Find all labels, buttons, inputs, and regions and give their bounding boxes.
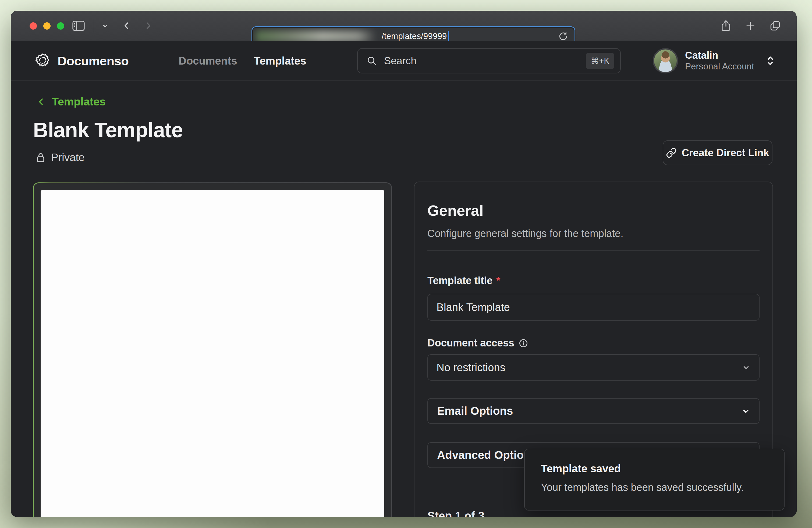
desktop: /templates/99999 [0,0,812,528]
info-icon [519,338,528,348]
email-options-toggle[interactable]: Email Options [427,398,759,424]
template-title-input[interactable] [427,294,759,321]
sidebar-toggle-button[interactable] [72,20,85,31]
toast-notification: Template saved Your templates has been s… [524,449,785,511]
avatar [653,48,678,73]
breadcrumb-back-icon [36,96,46,107]
visibility-row: Private [35,151,85,163]
divider [427,250,759,251]
page-title: Blank Template [33,118,183,142]
close-window-button[interactable] [30,22,37,30]
chevron-down-icon [741,363,751,372]
panel-heading: General [427,202,483,219]
document-preview-card [33,182,392,517]
zoom-window-button[interactable] [57,22,64,30]
template-title-label: Template title * [427,275,500,287]
account-menu[interactable]: Catalin Personal Account [653,41,775,81]
link-icon [666,147,677,158]
brand[interactable]: Documenso [34,41,129,81]
document-page [41,190,385,517]
minimize-window-button[interactable] [43,22,50,30]
breadcrumb-label: Templates [52,96,106,108]
selector-icon [766,55,775,67]
nav-templates[interactable]: Templates [254,55,306,67]
chevron-down-icon [741,406,751,416]
browser-window: /templates/99999 [11,11,797,517]
redacted-domain [256,30,376,42]
create-direct-link-button[interactable]: Create Direct Link [663,141,772,165]
search-box[interactable]: Search ⌘+K [357,48,621,73]
nav-documents[interactable]: Documents [178,55,237,67]
required-mark: * [496,275,500,287]
panel-subheading: Configure general settings for the templ… [427,228,623,239]
step-indicator: Step 1 of 3 [427,510,484,517]
account-name: Catalin [685,50,754,61]
share-button[interactable] [720,19,731,32]
chevron-down-icon[interactable] [101,22,109,30]
documenso-logo-icon [34,53,51,69]
brand-name: Documenso [58,54,129,68]
document-access-select[interactable]: No restrictions [427,354,759,381]
toast-message: Your templates has been saved successful… [541,482,768,493]
browser-toolbar: /templates/99999 [11,11,797,41]
tab-overview-button[interactable] [769,20,781,32]
breadcrumb-back-link[interactable]: Templates [36,94,106,109]
toolbar-divider [93,18,93,33]
window-controls [30,11,64,41]
search-icon [366,55,377,66]
new-tab-button[interactable] [745,20,756,31]
forward-button[interactable] [143,20,153,32]
app-header: Documenso Documents Templates Search ⌘+K… [11,41,797,81]
search-shortcut-badge: ⌘+K [586,53,614,69]
text-caret [448,31,449,42]
visibility-label: Private [51,151,85,163]
account-type: Personal Account [685,61,754,72]
lock-icon [35,152,46,163]
back-button[interactable] [122,20,131,32]
document-access-label: Document access [427,337,528,349]
search-placeholder: Search [384,55,416,67]
toast-title: Template saved [541,463,768,475]
main-nav: Documents Templates [178,41,306,81]
